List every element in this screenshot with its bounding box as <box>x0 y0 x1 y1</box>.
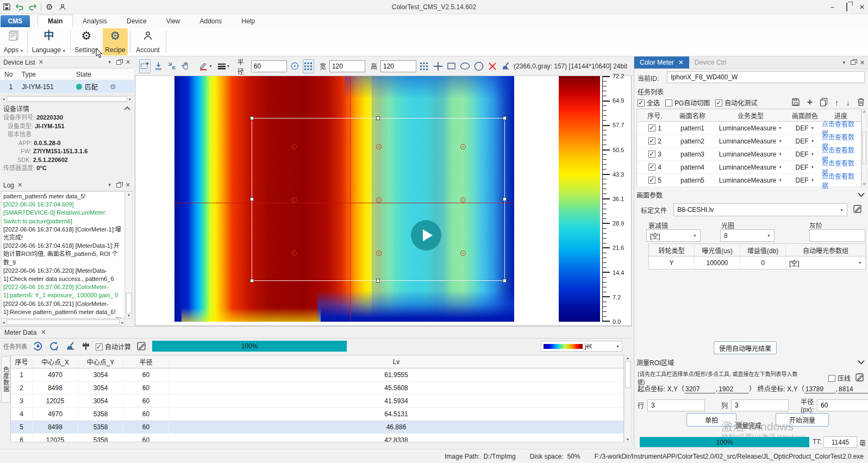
image-canvas[interactable]: 72.2 64.9 57.7 50.5 43.3 36.1 28.9 21.6 … <box>135 76 632 326</box>
log-content[interactable]: pattern_pattern5 meter data_5! [2022-06-… <box>1 191 125 318</box>
import-tasks-icon[interactable] <box>33 341 43 352</box>
menu-tab-main[interactable]: Main <box>38 15 73 27</box>
auto-exposure-group-select[interactable]: [空]▼ <box>786 256 865 269</box>
close-button[interactable]: ✕ <box>859 3 865 11</box>
close-panel-icon[interactable]: ✕ <box>126 182 130 189</box>
copy-task-icon[interactable] <box>820 98 828 107</box>
meter-row[interactable]: 4 4970 5358 60 64.5131 <box>11 408 623 421</box>
save-image-icon[interactable] <box>153 59 164 73</box>
line-style-icon[interactable]: ▼ <box>215 59 232 73</box>
log-hscrollbar[interactable]: ◄► <box>1 318 125 326</box>
current-id-input[interactable]: IphonX_F8_WD400_W <box>667 71 865 83</box>
resize-handle[interactable] <box>250 279 254 283</box>
colormap-select[interactable]: jet ▼ <box>541 341 622 352</box>
add-task-icon[interactable]: + <box>807 97 813 108</box>
pg-autocut-checkbox[interactable]: PG自动切图 <box>665 98 710 107</box>
resize-handle[interactable] <box>250 197 254 201</box>
pan-hand-icon[interactable] <box>180 59 191 73</box>
auto-calc-checkbox[interactable]: 自动计算 <box>96 342 131 351</box>
dropdown-icon[interactable]: ▼ <box>108 60 112 65</box>
auto-test-checkbox[interactable]: 自动化测试 <box>715 98 757 107</box>
minimize-button[interactable]: – <box>830 3 834 11</box>
close-tab-icon[interactable]: ✕ <box>678 59 684 66</box>
row-checkbox[interactable] <box>648 137 655 145</box>
select-all-checkbox[interactable]: 全选 <box>638 98 660 107</box>
dropdown-icon[interactable]: ▼ <box>108 183 112 187</box>
tab-chromaticity-data[interactable]: 色度数据 <box>1 356 10 403</box>
resize-handle[interactable] <box>503 279 507 283</box>
calibration-file-select[interactable]: B8-CESHI.lv▼ <box>673 203 847 216</box>
menu-tab-help[interactable]: Help <box>232 15 265 27</box>
exposure-cell[interactable]: 100000 <box>695 256 740 269</box>
device-row[interactable]: 1 JI-IYM-151 匹配 ⚙ <box>0 80 134 93</box>
float-panel-icon[interactable] <box>116 60 121 65</box>
pen-tool-icon[interactable]: ▼ <box>198 59 213 73</box>
menu-tab-device[interactable]: Device <box>117 15 157 27</box>
language-button[interactable]: 中 Language▼ <box>29 28 68 55</box>
frame-params-header[interactable]: 画面参数 <box>636 190 865 199</box>
attenuator-select[interactable]: [空]▼ <box>646 229 701 242</box>
image-area[interactable] <box>135 76 547 322</box>
multi-grid-icon[interactable] <box>419 59 430 73</box>
tt-value[interactable]: 11445 <box>823 436 857 448</box>
resize-handle[interactable] <box>503 197 507 201</box>
dropdown-icon[interactable]: ▼ <box>842 60 846 65</box>
delete-task-icon[interactable] <box>857 98 865 107</box>
roi-radius-input[interactable] <box>817 399 868 411</box>
delete-roi-icon[interactable] <box>486 59 498 73</box>
recalculate-icon[interactable] <box>49 341 60 352</box>
rect-tool-icon[interactable] <box>446 59 457 73</box>
edit-calibration-icon[interactable] <box>853 204 863 214</box>
ellipse-tool-icon[interactable] <box>459 59 471 73</box>
device-settings-icon[interactable]: ⚙ <box>110 81 116 93</box>
row-checkbox[interactable] <box>648 164 655 171</box>
height-input[interactable] <box>380 60 416 72</box>
tab-color-meter[interactable]: Color Meter✕ <box>634 57 689 68</box>
close-tab-icon[interactable]: ✕ <box>41 329 46 336</box>
meter-row[interactable]: 3 12025 3054 60 41.5934 <box>11 395 623 408</box>
play-button[interactable] <box>411 220 441 251</box>
meter-data-tab[interactable]: Meter Data <box>4 329 36 336</box>
task-table-scrollbar[interactable]: ▲▼ <box>861 109 867 187</box>
resize-handle[interactable] <box>503 116 507 120</box>
log-vscrollbar[interactable]: ▲▼ <box>125 191 133 318</box>
cms-button[interactable]: CMS <box>1 15 30 27</box>
circle-tool-icon[interactable] <box>473 59 484 73</box>
close-icon[interactable]: ✕ <box>17 182 22 189</box>
grid-roi-icon[interactable] <box>303 59 314 73</box>
resize-handle[interactable] <box>376 116 380 120</box>
meter-row[interactable]: 1 4970 3054 60 61.9555 <box>11 368 623 381</box>
resize-handle[interactable] <box>376 279 380 283</box>
meter-row[interactable]: 6 12025 5358 60 42.8338 <box>11 434 623 442</box>
resize-handle[interactable] <box>250 116 254 120</box>
edit-data-icon[interactable] <box>136 341 147 352</box>
press-line-checkbox[interactable]: 压线 <box>828 373 851 383</box>
point-roi-icon[interactable] <box>289 59 301 73</box>
device-list-hscrollbar[interactable]: ◄► <box>1 95 133 103</box>
end-y-field[interactable]: 8814 <box>838 385 868 393</box>
clear-data-icon[interactable] <box>65 341 76 352</box>
wheel-type-cell[interactable]: Y <box>649 256 695 269</box>
filter-icon[interactable] <box>82 341 90 351</box>
aperture-select[interactable]: 8▼ <box>720 229 775 242</box>
start-y-field[interactable]: 1902 <box>717 385 749 393</box>
account-button[interactable]: Account <box>132 28 164 55</box>
end-x-field[interactable]: 13789 <box>804 385 836 393</box>
row-checkbox[interactable] <box>648 124 655 132</box>
close-panel-icon[interactable]: ✕ <box>860 59 865 66</box>
meter-table-scrollbar[interactable]: ▲▼ <box>624 355 632 442</box>
gray-level-input[interactable] <box>809 229 865 242</box>
close-icon[interactable]: ✕ <box>39 59 43 66</box>
view-data-link[interactable]: 点击查看数据 <box>821 171 861 190</box>
tab-device-ctrl[interactable]: Device Ctrl <box>689 57 732 68</box>
chevron-down-icon[interactable] <box>858 360 865 365</box>
move-down-icon[interactable]: ↓ <box>846 98 851 107</box>
recipe-button[interactable]: ⚙ Recipe <box>103 28 128 55</box>
gain-cell[interactable]: 0 <box>740 256 786 269</box>
row-checkbox[interactable] <box>648 151 655 158</box>
new-roi-icon[interactable] <box>139 59 151 73</box>
edit-roi-icon[interactable] <box>855 373 865 383</box>
clear-all-icon[interactable] <box>500 59 511 73</box>
collapse-icon[interactable] <box>124 106 130 110</box>
apps-button[interactable]: Apps▼ <box>1 28 26 55</box>
